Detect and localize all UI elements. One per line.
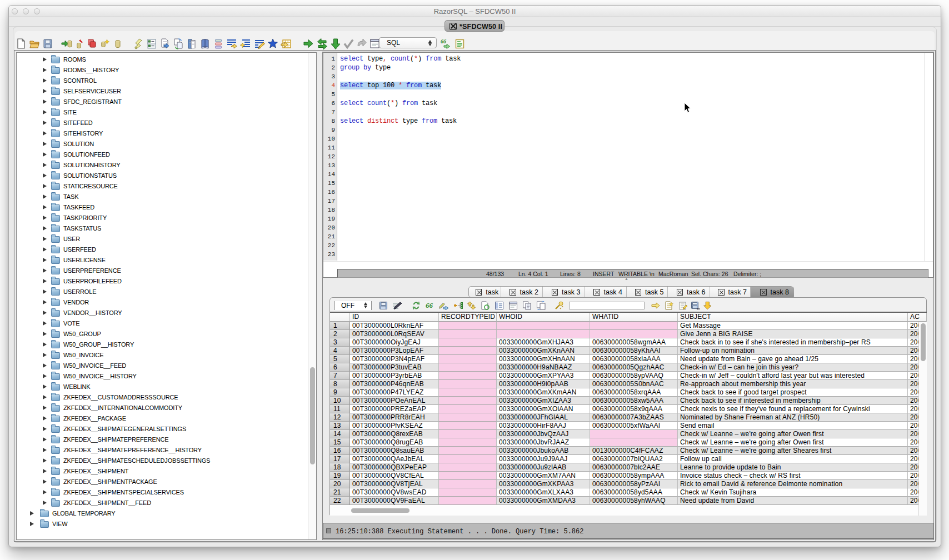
svg-text:66: 66 xyxy=(426,301,433,309)
svg-text:66: 66 xyxy=(441,38,446,44)
